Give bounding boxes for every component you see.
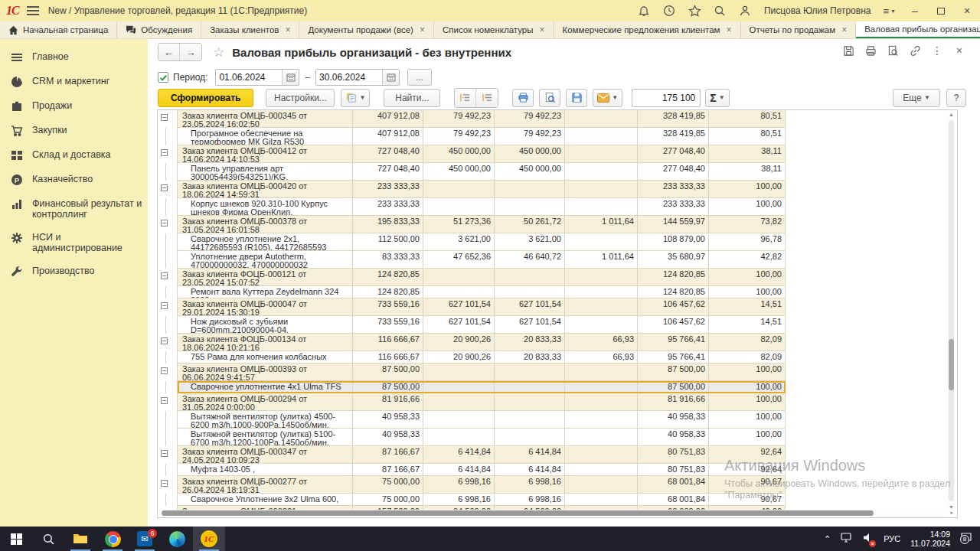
row-value-cell[interactable]: 40 958,33 <box>638 429 709 446</box>
scroll-up-icon[interactable]: ▲ <box>946 112 956 117</box>
row-value-cell[interactable]: 1 011,64 <box>565 251 638 269</box>
back-button[interactable]: ← <box>158 44 180 60</box>
settings-button[interactable]: Настройки... <box>266 89 335 107</box>
generate-button[interactable]: Сформировать <box>158 89 253 107</box>
vertical-scrollbar[interactable]: ▲ ▼ <box>946 111 956 510</box>
service-menu-icon[interactable]: ≡▼ <box>883 5 896 17</box>
send-email-button[interactable]: ▼ <box>593 89 622 107</box>
row-description-cell[interactable]: Заказ клиента ОМЦБ-000277 от 26.04.2024 … <box>178 476 353 494</box>
row-value-cell[interactable]: 87 500,00 <box>353 364 423 381</box>
row-value-cell[interactable] <box>423 411 495 429</box>
tab-6[interactable]: Коммерческие предложения клиентам× <box>554 21 741 38</box>
volume-muted-icon[interactable]: ✕ <box>863 532 874 546</box>
more-options-icon[interactable]: ⋮ <box>930 44 944 57</box>
vertical-scroll-thumb[interactable] <box>949 339 954 391</box>
notification-center-icon[interactable]: 8 <box>960 532 972 546</box>
row-value-cell[interactable]: 79 492,23 <box>423 110 495 128</box>
row-value-cell[interactable]: 6 998,16 <box>495 494 565 506</box>
row-value-cell[interactable] <box>565 494 638 506</box>
row-value-cell[interactable]: 14,51 <box>709 316 786 334</box>
row-value-cell[interactable]: 450 000,00 <box>423 163 495 181</box>
search-icon[interactable] <box>714 5 727 18</box>
row-value-cell[interactable]: 3 621,00 <box>495 233 565 251</box>
row-description-cell[interactable]: Заказ клиента ОМЦБ-000378 от 31.05.2024 … <box>178 216 353 233</box>
find-button[interactable]: Найти... <box>384 89 440 107</box>
row-value-cell[interactable]: 90,67 <box>709 476 786 494</box>
table-group-row[interactable]: –Заказ клиента ОМЦБ-000420 от 18.06.2024… <box>158 181 786 198</box>
row-value-cell[interactable] <box>565 446 638 464</box>
row-description-cell[interactable]: Нож дисковый с зубьями D=600mm,210090004… <box>178 316 353 334</box>
row-value-cell[interactable] <box>565 163 638 181</box>
row-value-cell[interactable]: 92,64 <box>709 446 786 464</box>
row-value-cell[interactable]: 277 048,40 <box>638 145 709 163</box>
table-group-row[interactable]: –Заказ клиента ОМЦБ-000345 от 23.05.2024… <box>158 110 786 128</box>
row-description-cell[interactable]: Заказ клиента ОМЦБ-000294 от 31.05.2024 … <box>178 393 353 411</box>
period-more-button[interactable]: ... <box>407 69 432 86</box>
tab-4[interactable]: Документы продажи (все)× <box>299 21 433 38</box>
row-value-cell[interactable]: 3 621,00 <box>423 233 495 251</box>
row-value-cell[interactable]: 233 333,33 <box>353 181 423 198</box>
row-value-cell[interactable]: 79 492,23 <box>495 110 565 128</box>
row-value-cell[interactable]: 727 048,40 <box>353 145 423 163</box>
row-value-cell[interactable] <box>565 476 638 494</box>
table-item-row[interactable]: Корпус шнеков 920.310-100 Курпус шнеков … <box>158 198 786 216</box>
tab-5[interactable]: Список номенклатуры× <box>434 21 554 38</box>
row-value-cell[interactable] <box>495 381 565 393</box>
row-value-cell[interactable]: 87 166,67 <box>353 464 423 476</box>
row-value-cell[interactable]: 6 414,84 <box>423 446 495 464</box>
user-icon[interactable] <box>739 5 752 18</box>
table-item-row[interactable]: Панель управления арт 3000054439(543251)… <box>158 163 786 181</box>
table-group-row[interactable]: –Заказ клиента ОМЦБ-000412 от 14.06.2024… <box>158 145 786 163</box>
tab-close-icon[interactable]: × <box>285 24 290 35</box>
collapse-group-icon[interactable]: – <box>161 184 168 191</box>
row-value-cell[interactable]: 407 912,08 <box>353 128 423 145</box>
row-value-cell[interactable]: 80,51 <box>709 110 786 128</box>
row-value-cell[interactable]: 87 500,00 <box>353 381 423 393</box>
row-description-cell[interactable]: Вытяжной вентилятор (улитка) 4500-6200 m… <box>178 411 353 429</box>
scroll-right-icon[interactable]: ▸ <box>950 510 953 516</box>
edge-icon[interactable] <box>161 527 193 551</box>
collapse-group-icon[interactable]: – <box>161 220 168 227</box>
row-value-cell[interactable]: 80,51 <box>709 128 786 145</box>
save-file-button[interactable] <box>566 89 587 107</box>
collapse-group-icon[interactable]: – <box>161 450 168 457</box>
row-value-cell[interactable]: 80 751,83 <box>638 446 709 464</box>
row-value-cell[interactable]: 20 833,33 <box>495 334 565 351</box>
row-value-cell[interactable]: 20 833,33 <box>495 351 565 364</box>
row-value-cell[interactable]: 92,64 <box>709 464 786 476</box>
row-value-cell[interactable] <box>495 393 565 411</box>
row-value-cell[interactable]: 100,00 <box>709 411 786 429</box>
clock[interactable]: 14:09 11.07.2024 <box>910 530 950 548</box>
forward-button[interactable]: → <box>180 44 201 60</box>
row-value-cell[interactable] <box>565 269 638 286</box>
row-description-cell[interactable]: Сварочное Уплотнение 3х2 Ulma 600, <box>178 494 353 506</box>
sidebar-item-8[interactable]: НСИ и администрирование <box>0 226 148 259</box>
row-value-cell[interactable]: 20 900,26 <box>423 334 495 351</box>
row-value-cell[interactable]: 82,09 <box>709 351 786 364</box>
row-description-cell[interactable]: Сварочное уплотнение 2х1, 44172685593 (R… <box>178 233 353 251</box>
help-button[interactable]: ? <box>946 89 966 107</box>
row-value-cell[interactable]: 627 101,54 <box>423 316 495 334</box>
row-value-cell[interactable]: 100,00 <box>709 286 786 298</box>
row-value-cell[interactable]: 733 559,16 <box>353 316 423 334</box>
preview-icon[interactable] <box>886 44 900 57</box>
row-value-cell[interactable] <box>423 393 495 411</box>
row-value-cell[interactable]: 100,00 <box>709 181 786 198</box>
row-description-cell[interactable]: Заказ клиента ОМЦБ-000420 от 18.06.2024 … <box>178 181 353 198</box>
row-value-cell[interactable] <box>565 181 638 198</box>
collapse-group-icon[interactable]: – <box>161 149 168 156</box>
row-value-cell[interactable]: 144 559,97 <box>638 216 709 233</box>
row-value-cell[interactable]: 96,78 <box>709 233 786 251</box>
tab-2[interactable]: Обсуждения <box>117 21 201 38</box>
row-value-cell[interactable] <box>423 381 495 393</box>
row-value-cell[interactable]: 87 500,00 <box>638 381 709 393</box>
row-value-cell[interactable]: 66,93 <box>565 334 638 351</box>
row-value-cell[interactable]: 407 912,08 <box>353 110 423 128</box>
autosum-sigma-button[interactable]: Σ▼ <box>705 89 729 107</box>
row-value-cell[interactable]: 40 958,33 <box>353 411 423 429</box>
row-description-cell[interactable]: Панель управления арт 3000054439(543251)… <box>178 163 353 181</box>
row-value-cell[interactable]: 1 011,64 <box>565 216 638 233</box>
row-value-cell[interactable]: 20 900,26 <box>423 351 495 364</box>
collapse-group-icon[interactable]: – <box>161 114 168 121</box>
period-checkbox[interactable] <box>158 72 168 83</box>
